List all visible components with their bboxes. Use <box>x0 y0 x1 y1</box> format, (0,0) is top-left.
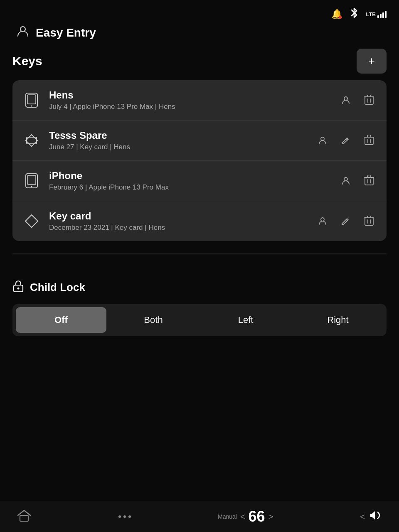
key-name-tesss: Tesss Spare <box>49 130 315 141</box>
delete-icon-iphone[interactable] <box>362 173 377 188</box>
key-actions-hens <box>338 93 377 108</box>
status-bar: 🔔 LTE <box>0 0 399 25</box>
keys-list: Hens July 4 | Apple iPhone 13 Pro Max | … <box>12 80 387 241</box>
assign-user-icon-keycard[interactable] <box>315 214 330 229</box>
svg-rect-5 <box>365 97 373 104</box>
volume-left-arrow[interactable]: < <box>360 512 365 522</box>
child-lock-icon <box>12 279 24 296</box>
assign-user-icon-tesss[interactable] <box>315 133 330 148</box>
child-lock-section: Child Lock Off Both Left Right <box>0 267 399 336</box>
card-icon-keycard <box>22 212 41 230</box>
keys-section: Keys + Hens July 4 | Apple iPhone 13 Pro… <box>0 49 399 241</box>
key-item-iphone: iPhone February 6 | Apple iPhone 13 Pro … <box>12 161 387 201</box>
key-item-hens: Hens July 4 | Apple iPhone 13 Pro Max | … <box>12 80 387 121</box>
key-details-keycard: December 23 2021 | Key card | Hens <box>49 224 315 232</box>
home-icon[interactable] <box>17 509 32 525</box>
key-info-keycard: Key card December 23 2021 | Key card | H… <box>49 210 315 232</box>
key-info-hens: Hens July 4 | Apple iPhone 13 Pro Max | … <box>49 89 338 111</box>
bottom-bar: Manual < 66 > < <box>0 501 399 532</box>
delete-icon-hens[interactable] <box>362 93 377 108</box>
svg-rect-8 <box>365 137 373 145</box>
svg-point-12 <box>344 177 347 181</box>
svg-rect-18 <box>20 515 28 521</box>
key-actions-keycard <box>315 214 377 229</box>
svg-rect-15 <box>365 218 373 225</box>
signal-bars <box>377 10 387 18</box>
key-item-tesss-spare: Tesss Spare June 27 | Key card | Hens <box>12 121 387 161</box>
notification-dot <box>339 16 342 19</box>
separator <box>12 254 387 254</box>
key-name-keycard: Key card <box>49 210 315 222</box>
phone-icon <box>22 91 41 109</box>
svg-rect-10 <box>27 175 36 185</box>
easy-entry-header: Easy Entry <box>0 25 399 49</box>
temp-mode-label: Manual <box>218 513 237 520</box>
child-lock-option-left[interactable]: Left <box>200 307 291 333</box>
child-lock-option-off[interactable]: Off <box>16 307 106 333</box>
key-actions-iphone <box>338 173 377 188</box>
person-icon <box>17 25 29 40</box>
edit-icon-keycard[interactable] <box>338 214 353 229</box>
key-name-hens: Hens <box>49 89 338 101</box>
child-lock-option-right[interactable]: Right <box>293 307 383 333</box>
key-info-tesss: Tesss Spare June 27 | Key card | Hens <box>49 130 315 151</box>
svg-point-7 <box>321 137 324 140</box>
svg-point-11 <box>31 186 32 187</box>
key-details-tesss: June 27 | Key card | Hens <box>49 143 315 151</box>
temp-nav-right[interactable]: > <box>268 512 273 522</box>
key-name-iphone: iPhone <box>49 170 338 182</box>
key-details-hens: July 4 | Apple iPhone 13 Pro Max | Hens <box>49 103 338 111</box>
child-lock-option-both[interactable]: Both <box>108 307 199 333</box>
key-item-keycard: Key card December 23 2021 | Key card | H… <box>12 201 387 241</box>
keys-header: Keys + <box>12 49 387 74</box>
child-lock-header: Child Lock <box>12 279 387 296</box>
key-details-iphone: February 6 | Apple iPhone 13 Pro Max <box>49 183 338 192</box>
temp-nav-left[interactable]: < <box>240 512 245 522</box>
lte-label: LTE <box>366 11 376 17</box>
edit-icon-tesss[interactable] <box>338 133 353 148</box>
add-key-button[interactable]: + <box>357 49 387 74</box>
temperature-control: Manual < 66 > <box>218 508 273 525</box>
svg-rect-2 <box>27 95 36 104</box>
svg-point-17 <box>17 288 20 290</box>
key-actions-tesss <box>315 133 377 148</box>
svg-point-3 <box>31 106 32 107</box>
child-lock-options: Off Both Left Right <box>12 304 387 336</box>
svg-point-14 <box>321 218 324 221</box>
notification-bell-icon: 🔔 <box>331 9 342 20</box>
temp-value: 66 <box>249 508 265 525</box>
bluetooth-icon <box>350 7 358 21</box>
easy-entry-title: Easy Entry <box>36 26 96 39</box>
assign-user-icon-iphone[interactable] <box>338 173 353 188</box>
key-info-iphone: iPhone February 6 | Apple iPhone 13 Pro … <box>49 170 338 192</box>
delete-icon-keycard[interactable] <box>362 214 377 229</box>
card-icon-tesss <box>22 131 41 150</box>
delete-icon-tesss[interactable] <box>362 133 377 148</box>
keys-title: Keys <box>12 54 42 68</box>
bottom-dots <box>118 515 131 518</box>
assign-user-icon-hens[interactable] <box>338 93 353 108</box>
phone-icon-iphone <box>22 172 41 190</box>
child-lock-title: Child Lock <box>30 281 85 294</box>
volume-control: < <box>360 510 382 524</box>
svg-rect-13 <box>365 177 373 185</box>
svg-point-4 <box>344 97 347 100</box>
volume-icon <box>370 510 382 524</box>
